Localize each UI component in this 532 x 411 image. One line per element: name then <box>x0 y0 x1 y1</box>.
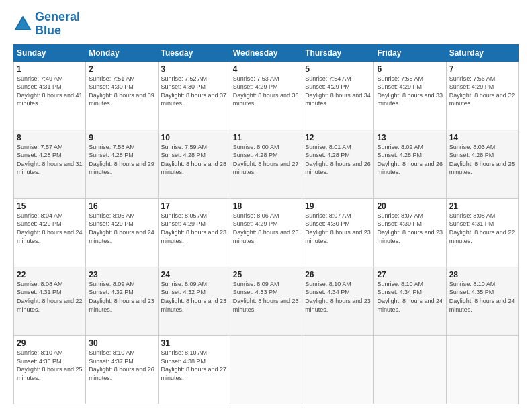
empty-cell <box>374 335 446 404</box>
day-number: 24 <box>161 270 227 279</box>
day-cell-4: 4Sunrise: 7:53 AMSunset: 4:29 PMDaylight… <box>230 61 302 130</box>
day-cell-8: 8Sunrise: 7:57 AMSunset: 4:28 PMDaylight… <box>14 130 86 198</box>
day-info: Sunrise: 8:05 AMSunset: 4:29 PMDaylight:… <box>161 212 227 245</box>
page: General Blue SundayMondayTuesdayWednesda… <box>0 0 532 411</box>
day-cell-10: 10Sunrise: 7:59 AMSunset: 4:28 PMDayligh… <box>158 130 230 198</box>
day-cell-28: 28Sunrise: 8:10 AMSunset: 4:35 PMDayligh… <box>446 267 518 335</box>
day-info: Sunrise: 7:58 AMSunset: 4:28 PMDaylight:… <box>89 143 154 177</box>
day-info: Sunrise: 8:02 AMSunset: 4:28 PMDaylight:… <box>377 143 443 177</box>
day-info: Sunrise: 8:09 AMSunset: 4:32 PMDaylight:… <box>89 280 154 314</box>
day-info: Sunrise: 8:07 AMSunset: 4:30 PMDaylight:… <box>305 212 371 245</box>
day-number: 12 <box>305 133 371 142</box>
day-info: Sunrise: 8:07 AMSunset: 4:30 PMDaylight:… <box>377 212 443 245</box>
day-number: 17 <box>161 201 227 211</box>
day-cell-21: 21Sunrise: 8:08 AMSunset: 4:31 PMDayligh… <box>446 198 518 267</box>
day-cell-24: 24Sunrise: 8:09 AMSunset: 4:32 PMDayligh… <box>158 267 230 335</box>
day-cell-1: 1Sunrise: 7:49 AMSunset: 4:31 PMDaylight… <box>14 61 86 130</box>
day-number: 10 <box>161 133 227 142</box>
day-number: 7 <box>449 64 515 74</box>
day-info: Sunrise: 8:08 AMSunset: 4:31 PMDaylight:… <box>449 212 515 245</box>
week-row-3: 15Sunrise: 8:04 AMSunset: 4:29 PMDayligh… <box>14 198 519 267</box>
day-number: 18 <box>233 201 299 211</box>
day-info: Sunrise: 8:08 AMSunset: 4:31 PMDaylight:… <box>17 280 83 314</box>
day-info: Sunrise: 7:49 AMSunset: 4:31 PMDaylight:… <box>17 75 83 108</box>
day-info: Sunrise: 8:10 AMSunset: 4:36 PMDaylight:… <box>17 349 83 382</box>
day-cell-22: 22Sunrise: 8:08 AMSunset: 4:31 PMDayligh… <box>14 267 86 335</box>
calendar-table: SundayMondayTuesdayWednesdayThursdayFrid… <box>13 44 519 404</box>
day-header-wednesday: Wednesday <box>230 44 302 61</box>
day-number: 3 <box>161 64 227 74</box>
day-number: 31 <box>161 338 227 348</box>
day-cell-5: 5Sunrise: 7:54 AMSunset: 4:29 PMDaylight… <box>302 61 374 130</box>
day-number: 20 <box>377 201 443 211</box>
day-header-sunday: Sunday <box>14 44 86 61</box>
logo: General Blue <box>13 11 80 38</box>
empty-cell <box>230 335 302 404</box>
day-header-monday: Monday <box>86 44 158 61</box>
day-number: 29 <box>17 338 83 348</box>
day-info: Sunrise: 8:10 AMSunset: 4:34 PMDaylight:… <box>377 280 443 314</box>
day-info: Sunrise: 8:03 AMSunset: 4:28 PMDaylight:… <box>449 143 515 177</box>
day-number: 11 <box>233 133 299 142</box>
day-cell-2: 2Sunrise: 7:51 AMSunset: 4:30 PMDaylight… <box>86 61 158 130</box>
day-info: Sunrise: 7:53 AMSunset: 4:29 PMDaylight:… <box>233 75 299 108</box>
day-cell-23: 23Sunrise: 8:09 AMSunset: 4:32 PMDayligh… <box>86 267 158 335</box>
day-info: Sunrise: 8:09 AMSunset: 4:33 PMDaylight:… <box>233 280 299 314</box>
day-number: 8 <box>17 133 83 142</box>
week-row-4: 22Sunrise: 8:08 AMSunset: 4:31 PMDayligh… <box>14 267 519 335</box>
day-cell-20: 20Sunrise: 8:07 AMSunset: 4:30 PMDayligh… <box>374 198 446 267</box>
day-info: Sunrise: 7:51 AMSunset: 4:30 PMDaylight:… <box>89 75 154 108</box>
day-cell-31: 31Sunrise: 8:10 AMSunset: 4:38 PMDayligh… <box>158 335 230 404</box>
day-cell-25: 25Sunrise: 8:09 AMSunset: 4:33 PMDayligh… <box>230 267 302 335</box>
week-row-1: 1Sunrise: 7:49 AMSunset: 4:31 PMDaylight… <box>14 61 519 130</box>
day-cell-16: 16Sunrise: 8:05 AMSunset: 4:29 PMDayligh… <box>86 198 158 267</box>
day-info: Sunrise: 8:10 AMSunset: 4:34 PMDaylight:… <box>305 280 371 314</box>
day-cell-27: 27Sunrise: 8:10 AMSunset: 4:34 PMDayligh… <box>374 267 446 335</box>
week-row-2: 8Sunrise: 7:57 AMSunset: 4:28 PMDaylight… <box>14 130 519 198</box>
header: General Blue <box>13 11 519 38</box>
day-cell-7: 7Sunrise: 7:56 AMSunset: 4:29 PMDaylight… <box>446 61 518 130</box>
day-number: 23 <box>89 270 154 279</box>
logo-icon <box>13 15 32 34</box>
day-info: Sunrise: 7:55 AMSunset: 4:29 PMDaylight:… <box>377 75 443 108</box>
day-cell-3: 3Sunrise: 7:52 AMSunset: 4:30 PMDaylight… <box>158 61 230 130</box>
day-cell-14: 14Sunrise: 8:03 AMSunset: 4:28 PMDayligh… <box>446 130 518 198</box>
day-number: 4 <box>233 64 299 74</box>
day-cell-15: 15Sunrise: 8:04 AMSunset: 4:29 PMDayligh… <box>14 198 86 267</box>
day-info: Sunrise: 8:06 AMSunset: 4:29 PMDaylight:… <box>233 212 299 245</box>
empty-cell <box>302 335 374 404</box>
day-header-saturday: Saturday <box>446 44 518 61</box>
empty-cell <box>446 335 518 404</box>
day-info: Sunrise: 7:52 AMSunset: 4:30 PMDaylight:… <box>161 75 227 108</box>
day-number: 9 <box>89 133 154 142</box>
day-info: Sunrise: 8:05 AMSunset: 4:29 PMDaylight:… <box>89 212 154 245</box>
day-header-friday: Friday <box>374 44 446 61</box>
day-number: 21 <box>449 201 515 211</box>
day-cell-6: 6Sunrise: 7:55 AMSunset: 4:29 PMDaylight… <box>374 61 446 130</box>
day-number: 5 <box>305 64 371 74</box>
day-cell-18: 18Sunrise: 8:06 AMSunset: 4:29 PMDayligh… <box>230 198 302 267</box>
day-info: Sunrise: 7:54 AMSunset: 4:29 PMDaylight:… <box>305 75 371 108</box>
day-info: Sunrise: 8:01 AMSunset: 4:28 PMDaylight:… <box>305 143 371 177</box>
day-cell-19: 19Sunrise: 8:07 AMSunset: 4:30 PMDayligh… <box>302 198 374 267</box>
day-header-tuesday: Tuesday <box>158 44 230 61</box>
logo-text: General Blue <box>35 11 80 38</box>
day-info: Sunrise: 8:00 AMSunset: 4:28 PMDaylight:… <box>233 143 299 177</box>
day-info: Sunrise: 7:56 AMSunset: 4:29 PMDaylight:… <box>449 75 515 108</box>
day-number: 14 <box>449 133 515 142</box>
day-number: 16 <box>89 201 154 211</box>
day-number: 26 <box>305 270 371 279</box>
day-cell-30: 30Sunrise: 8:10 AMSunset: 4:37 PMDayligh… <box>86 335 158 404</box>
day-number: 6 <box>377 64 443 74</box>
day-cell-12: 12Sunrise: 8:01 AMSunset: 4:28 PMDayligh… <box>302 130 374 198</box>
day-cell-26: 26Sunrise: 8:10 AMSunset: 4:34 PMDayligh… <box>302 267 374 335</box>
day-number: 22 <box>17 270 83 279</box>
day-info: Sunrise: 8:09 AMSunset: 4:32 PMDaylight:… <box>161 280 227 314</box>
day-info: Sunrise: 7:59 AMSunset: 4:28 PMDaylight:… <box>161 143 227 177</box>
day-info: Sunrise: 8:10 AMSunset: 4:35 PMDaylight:… <box>449 280 515 314</box>
day-number: 2 <box>89 64 154 74</box>
day-info: Sunrise: 8:10 AMSunset: 4:37 PMDaylight:… <box>89 349 154 382</box>
day-cell-9: 9Sunrise: 7:58 AMSunset: 4:28 PMDaylight… <box>86 130 158 198</box>
day-header-thursday: Thursday <box>302 44 374 61</box>
day-number: 15 <box>17 201 83 211</box>
